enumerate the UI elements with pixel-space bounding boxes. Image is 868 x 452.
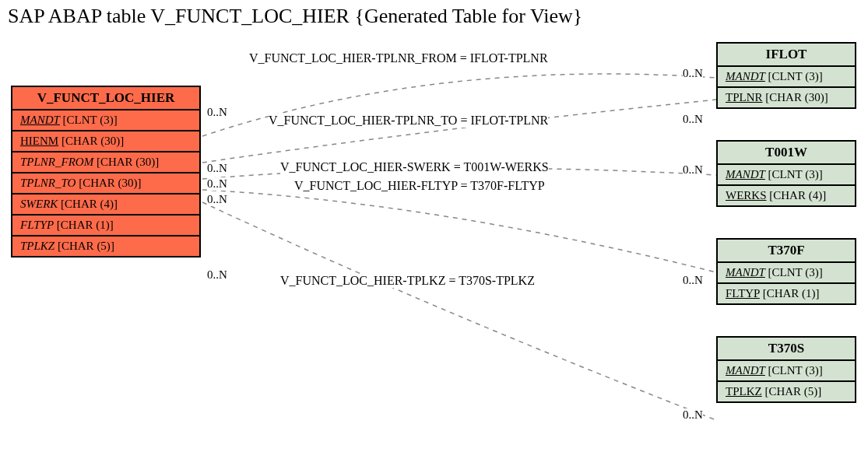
table-main: V_FUNCT_LOC_HIER MANDT [CLNT (3)] HIENM … bbox=[11, 86, 201, 258]
table-t001w: T001W MANDT [CLNT (3)] WERKS [CHAR (4)] bbox=[716, 140, 856, 207]
cardinality: 0..N bbox=[207, 268, 227, 282]
table-row: WERKS [CHAR (4)] bbox=[718, 186, 855, 205]
cardinality: 0..N bbox=[683, 113, 703, 126]
table-row: MANDT [CLNT (3)] bbox=[718, 361, 855, 382]
cardinality: 0..N bbox=[683, 274, 703, 287]
table-header: IFLOT bbox=[718, 44, 855, 67]
table-header: T001W bbox=[718, 142, 855, 165]
table-row: TPLNR [CHAR (30)] bbox=[718, 88, 855, 107]
cardinality: 0..N bbox=[207, 162, 227, 175]
relation-label: V_FUNCT_LOC_HIER-SWERK = T001W-WERKS bbox=[280, 160, 549, 174]
cardinality: 0..N bbox=[683, 163, 703, 177]
table-header: T370F bbox=[718, 240, 855, 263]
table-iflot: IFLOT MANDT [CLNT (3)] TPLNR [CHAR (30)] bbox=[716, 42, 856, 109]
table-row: TPLNR_FROM [CHAR (30)] bbox=[12, 152, 199, 173]
cardinality: 0..N bbox=[207, 106, 227, 119]
table-t370s: T370S MANDT [CLNT (3)] TPLKZ [CHAR (5)] bbox=[716, 336, 856, 403]
table-t370f: T370F MANDT [CLNT (3)] FLTYP [CHAR (1)] bbox=[716, 238, 856, 305]
table-header: T370S bbox=[718, 338, 855, 361]
cardinality: 0..N bbox=[683, 408, 703, 422]
page-title: SAP ABAP table V_FUNCT_LOC_HIER {Generat… bbox=[8, 5, 582, 28]
table-row: TPLNR_TO [CHAR (30)] bbox=[12, 173, 199, 194]
table-row: MANDT [CLNT (3)] bbox=[718, 67, 855, 88]
table-row: SWERK [CHAR (4)] bbox=[12, 194, 199, 215]
cardinality: 0..N bbox=[207, 193, 227, 206]
table-row: FLTYP [CHAR (1)] bbox=[718, 284, 855, 303]
table-row: HIENM [CHAR (30)] bbox=[12, 131, 199, 152]
relation-label: V_FUNCT_LOC_HIER-TPLNR_FROM = IFLOT-TPLN… bbox=[249, 51, 548, 65]
cardinality: 0..N bbox=[683, 67, 703, 80]
cardinality: 0..N bbox=[207, 177, 227, 191]
table-row: TPLKZ [CHAR (5)] bbox=[718, 382, 855, 401]
table-row: FLTYP [CHAR (1)] bbox=[12, 215, 199, 237]
relation-label: V_FUNCT_LOC_HIER-TPLKZ = T370S-TPLKZ bbox=[280, 274, 535, 288]
table-main-header: V_FUNCT_LOC_HIER bbox=[12, 87, 199, 110]
relation-label: V_FUNCT_LOC_HIER-TPLNR_TO = IFLOT-TPLNR bbox=[269, 114, 548, 128]
table-row: MANDT [CLNT (3)] bbox=[718, 263, 855, 284]
table-row: MANDT [CLNT (3)] bbox=[12, 110, 199, 131]
relation-label: V_FUNCT_LOC_HIER-FLTYP = T370F-FLTYP bbox=[294, 179, 545, 193]
table-row: TPLKZ [CHAR (5)] bbox=[12, 237, 199, 256]
table-row: MANDT [CLNT (3)] bbox=[718, 165, 855, 186]
